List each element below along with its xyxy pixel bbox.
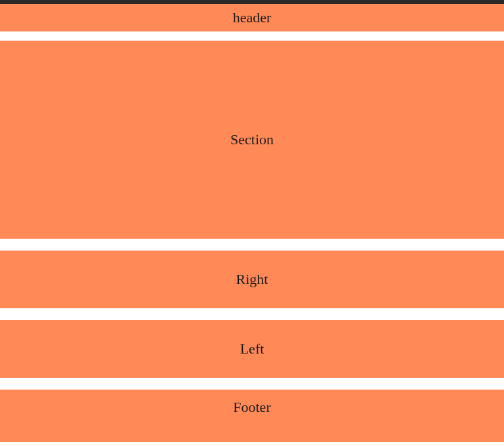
footer-label: Footer [233, 399, 270, 416]
spacer [0, 31, 504, 41]
header-label: header [233, 9, 272, 26]
spacer [0, 239, 504, 251]
section-label: Section [230, 131, 274, 148]
footer-region: Footer [0, 390, 504, 442]
right-region: Right [0, 251, 504, 308]
header-region: header [0, 4, 504, 31]
right-label: Right [236, 271, 268, 288]
left-region: Left [0, 320, 504, 378]
spacer [0, 378, 504, 390]
spacer [0, 308, 504, 320]
left-label: Left [240, 340, 264, 357]
section-region: Section [0, 41, 504, 239]
